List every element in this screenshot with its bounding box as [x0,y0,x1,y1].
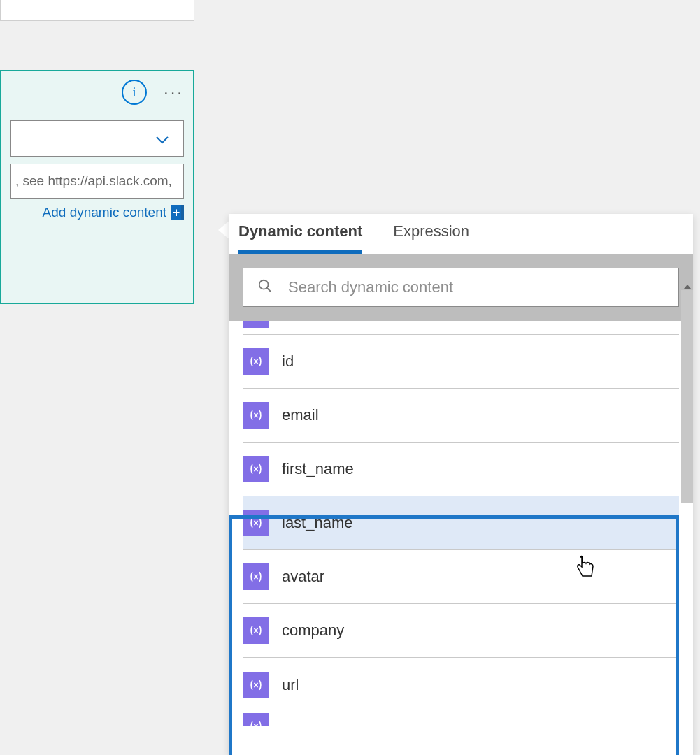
dropdown-field[interactable] [10,120,184,157]
action-card-header: i ··· [10,80,184,105]
list-item[interactable]: id [243,335,679,389]
variable-icon [243,348,269,375]
scrollbar[interactable] [681,283,693,703]
info-icon[interactable]: i [122,80,147,105]
slack-action-card: i ··· , see https://api.slack.com, Add d… [0,70,194,304]
variable-icon [243,617,269,644]
search-input[interactable]: Search dynamic content [243,268,679,307]
more-menu-icon[interactable]: ··· [164,84,184,101]
svg-marker-20 [684,285,691,289]
search-icon [257,278,273,296]
scroll-up-arrow-icon[interactable] [681,283,693,290]
search-bar-area: Search dynamic content [229,254,693,321]
item-label: company [282,621,344,640]
chevron-down-icon [155,134,169,143]
variable-icon [243,456,269,482]
list-item[interactable]: first_name [243,443,679,496]
list-item[interactable]: total_pages [243,321,679,335]
variable-icon [243,321,269,328]
item-label: email [282,406,319,424]
list-item[interactable]: last_name [243,496,679,550]
tab-expression[interactable]: Expression [393,222,469,254]
variable-icon [243,563,269,590]
svg-line-1 [267,288,271,292]
dynamic-content-list: total_pages id email first_name last_nam [229,321,693,726]
item-label: last_name [282,514,353,532]
item-label: avatar [282,568,324,586]
scroll-thumb[interactable] [681,290,693,503]
list-item[interactable]: avatar [243,550,679,604]
tab-dynamic-content[interactable]: Dynamic content [238,222,362,254]
variable-icon [243,402,269,429]
item-label: id [282,352,294,371]
plus-icon[interactable]: + [171,205,184,220]
list-item[interactable] [243,712,679,726]
search-placeholder: Search dynamic content [288,278,453,296]
variable-icon [243,510,269,536]
item-label: url [282,676,299,694]
message-text-input[interactable]: , see https://api.slack.com, [10,164,184,199]
item-label: first_name [282,460,354,478]
list-item[interactable]: email [243,389,679,443]
variable-icon [243,672,269,698]
add-dynamic-content-link[interactable]: Add dynamic content [43,205,166,220]
flyout-tabs: Dynamic content Expression [229,214,693,254]
list-item[interactable]: url [243,658,679,712]
dynamic-content-flyout: Dynamic content Expression Search dynami… [229,214,693,755]
prior-card-fragment [0,0,194,21]
variable-icon [243,713,269,726]
add-dynamic-content-row: Add dynamic content + [10,205,184,220]
list-item[interactable]: company [243,604,679,658]
svg-point-0 [259,280,269,289]
input-visible-text: , see https://api.slack.com, [15,173,172,189]
